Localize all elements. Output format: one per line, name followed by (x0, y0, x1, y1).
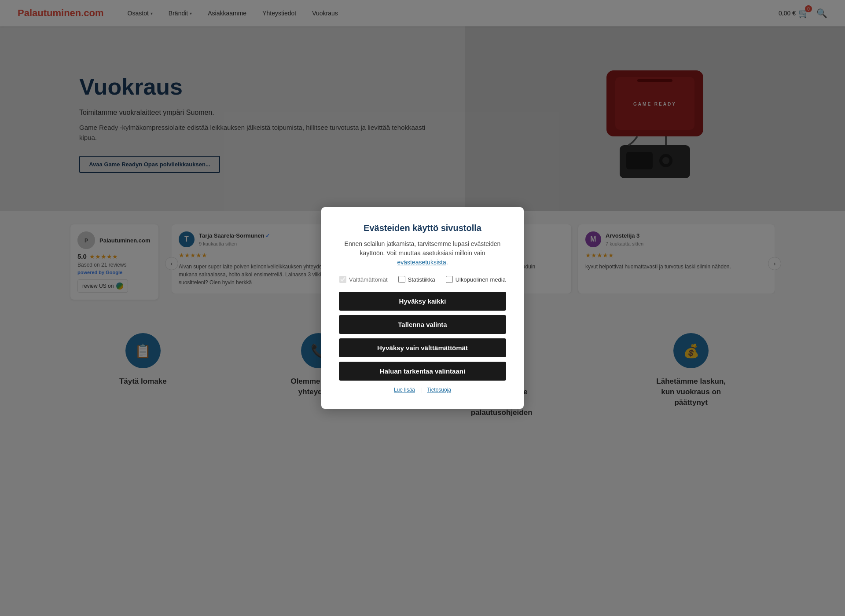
modal-checkbox-ulkopuolinen media[interactable]: Ulkopuolinen media (446, 276, 506, 283)
checkbox-label: Ulkopuolinen media (456, 276, 506, 283)
checkbox-input (339, 276, 346, 283)
modal-button-3[interactable]: Haluan tarkentaa valintaani (339, 362, 506, 381)
modal-buttons: Hyväksy kaikkiTallenna valintaHyväksy va… (339, 292, 506, 381)
modal-button-1[interactable]: Tallenna valinta (339, 315, 506, 334)
modal-checkbox-statistiikka[interactable]: Statistiikka (398, 276, 435, 283)
cookie-overlay: Evästeiden käyttö sivustolla Ennen selai… (0, 0, 845, 444)
cookie-modal: Evästeiden käyttö sivustolla Ennen selai… (321, 207, 524, 409)
modal-footer-links: Lue lisää|Tietosuoja (339, 387, 506, 393)
checkbox-label: Välttämättömät (349, 276, 387, 283)
modal-checkbox-välttämättömät: Välttämättömät (339, 276, 387, 283)
checkbox-input[interactable] (446, 276, 453, 283)
modal-button-2[interactable]: Hyväksy vain välttämättömät (339, 338, 506, 357)
checkbox-input[interactable] (398, 276, 405, 283)
link-separator: | (420, 387, 422, 393)
modal-footer-link-1[interactable]: Tietosuoja (427, 387, 451, 393)
modal-description: Ennen selailun jatkamista, tarvitsemme l… (339, 239, 506, 267)
modal-button-0[interactable]: Hyväksy kaikki (339, 292, 506, 311)
modal-title: Evästeiden käyttö sivustolla (339, 223, 506, 233)
checkbox-label: Statistiikka (408, 276, 435, 283)
modal-checkboxes: VälttämättömätStatistiikkaUlkopuolinen m… (339, 276, 506, 283)
modal-footer-link-0[interactable]: Lue lisää (394, 387, 415, 393)
modal-settings-link[interactable]: evästeasetuksista (397, 259, 446, 266)
modal-desc-text: Ennen selailun jatkamista, tarvitsemme l… (345, 240, 501, 257)
